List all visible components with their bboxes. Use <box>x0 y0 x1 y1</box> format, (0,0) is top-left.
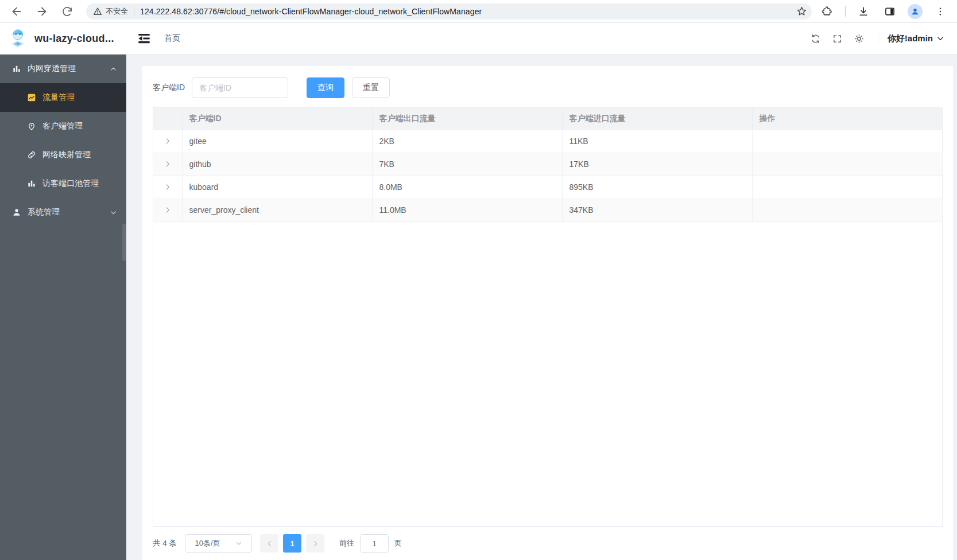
main-content: 客户端ID 查询 重置 客户端ID 客户端出口流量 客户端进口流量 操作 <box>126 55 957 560</box>
expand-row-icon[interactable] <box>162 158 173 170</box>
header-actions: 你好!admin <box>807 29 957 48</box>
expand-row-icon[interactable] <box>162 181 173 193</box>
url-bar[interactable]: 不安全 124.222.48.62:30776/#/cloud_network-… <box>86 3 812 20</box>
expand-row-icon[interactable] <box>162 204 173 216</box>
page-size-value: 10条/页 <box>195 538 220 549</box>
column-header-client-id: 客户端ID <box>182 108 372 130</box>
cell-inbound: 11KB <box>562 130 752 153</box>
cell-client-id: github <box>182 153 372 176</box>
table-row: github 7KB 17KB <box>153 153 942 176</box>
theme-icon[interactable] <box>850 29 869 48</box>
url-text: 124.222.48.62:30776/#/cloud_network-Clie… <box>140 7 792 16</box>
cell-outbound: 8.0MB <box>372 176 562 199</box>
chevron-down-icon <box>235 540 242 547</box>
total-count-label: 共 4 条 <box>153 538 177 549</box>
reset-button[interactable]: 重置 <box>352 77 390 98</box>
omnibox-divider <box>134 7 134 16</box>
cell-actions <box>752 130 942 153</box>
sidebar: 内网穿透管理 流量管理 客户端管理 网络映射管理 <box>0 55 126 560</box>
side-panel-icon[interactable] <box>881 3 898 20</box>
cell-outbound: 11.0MB <box>372 199 562 221</box>
reload-icon[interactable] <box>59 3 76 20</box>
link-icon <box>26 150 37 160</box>
bar-chart-icon <box>11 64 22 73</box>
table-row: kuboard 8.0MB 895KB <box>153 176 942 199</box>
sidebar-group-intranet[interactable]: 内网穿透管理 <box>0 55 126 83</box>
page-number-1[interactable]: 1 <box>283 534 301 553</box>
sidebar-item-flow-manager[interactable]: 流量管理 <box>0 83 126 112</box>
prev-page-icon[interactable] <box>260 534 278 553</box>
forward-icon[interactable] <box>33 3 51 20</box>
table-row: gitee 2KB 11KB <box>153 130 942 153</box>
client-id-input[interactable] <box>192 77 288 98</box>
chevron-up-icon <box>110 65 117 73</box>
goto-label: 前往 <box>339 538 354 549</box>
star-icon[interactable] <box>796 6 807 17</box>
trend-chart-icon <box>26 93 37 102</box>
back-icon[interactable] <box>8 3 25 20</box>
goto-page-input[interactable] <box>360 534 389 553</box>
user-icon <box>11 208 22 217</box>
column-header-inbound: 客户端进口流量 <box>562 108 752 130</box>
sidebar-scrollbar-thumb[interactable] <box>122 224 126 261</box>
sidebar-item-label: 客户端管理 <box>42 121 117 131</box>
map-pin-icon <box>26 122 37 131</box>
cell-inbound: 347KB <box>562 199 752 221</box>
sidebar-item-label: 网络映射管理 <box>42 150 117 160</box>
sidebar-group-label: 系统管理 <box>28 207 110 217</box>
extensions-icon[interactable] <box>819 3 836 20</box>
sidebar-item-client-manager[interactable]: 客户端管理 <box>0 112 126 141</box>
app-logo <box>7 28 29 49</box>
page-unit-label: 页 <box>394 538 402 549</box>
sidebar-group-label: 内网穿透管理 <box>28 64 110 74</box>
expand-row-icon[interactable] <box>162 135 173 147</box>
toolbar-divider <box>845 6 846 17</box>
cell-client-id: gitee <box>182 130 372 153</box>
sidebar-item-label: 访客端口池管理 <box>42 178 117 189</box>
table-row: server_proxy_client 11.0MB 347KB <box>153 199 942 221</box>
sidebar-group-system[interactable]: 系统管理 <box>0 198 126 227</box>
warning-icon <box>93 7 102 16</box>
refresh-icon[interactable] <box>807 29 825 48</box>
site-security-chip[interactable]: 不安全 <box>93 6 128 17</box>
column-header-actions: 操作 <box>752 108 942 130</box>
pagination-bar: 共 4 条 10条/页 1 前往 页 <box>153 527 943 560</box>
kebab-menu-icon[interactable] <box>932 3 949 20</box>
next-page-icon[interactable] <box>306 534 324 553</box>
breadcrumb-home[interactable]: 首页 <box>164 33 180 44</box>
app-header: wu-lazy-cloud... 首页 你好!admin <box>0 23 957 55</box>
app-title: wu-lazy-cloud... <box>34 33 114 45</box>
cell-client-id: server_proxy_client <box>182 199 372 221</box>
collapse-sidebar-icon[interactable] <box>137 31 152 46</box>
browser-actions <box>819 3 951 20</box>
sidebar-item-label: 流量管理 <box>42 92 117 103</box>
filter-label: 客户端ID <box>153 83 185 93</box>
bar-chart-icon <box>26 179 37 188</box>
query-button[interactable]: 查询 <box>307 77 344 98</box>
cell-outbound: 7KB <box>372 153 562 176</box>
content-card: 客户端ID 查询 重置 客户端ID 客户端出口流量 客户端进口流量 操作 <box>142 66 953 560</box>
cell-inbound: 17KB <box>562 153 752 176</box>
chevron-down-icon <box>936 34 944 42</box>
header-divider <box>878 33 878 44</box>
page-size-select[interactable]: 10条/页 <box>185 534 252 553</box>
cell-actions <box>752 176 942 199</box>
cell-client-id: kuboard <box>182 176 372 199</box>
brand: wu-lazy-cloud... <box>0 28 126 49</box>
table-header-row: 客户端ID 客户端出口流量 客户端进口流量 操作 <box>153 108 942 130</box>
security-label: 不安全 <box>106 6 128 17</box>
cell-actions <box>752 199 942 221</box>
chevron-down-icon <box>110 209 117 216</box>
user-greeting: 你好!admin <box>888 33 933 44</box>
cell-inbound: 895KB <box>562 176 752 199</box>
sidebar-item-network-mapping[interactable]: 网络映射管理 <box>0 141 126 169</box>
filter-bar: 客户端ID 查询 重置 <box>153 77 943 98</box>
expand-column-header <box>153 108 182 130</box>
user-dropdown[interactable]: 你好!admin <box>888 33 944 44</box>
column-header-outbound: 客户端出口流量 <box>372 108 562 130</box>
sidebar-item-visitor-port-pool[interactable]: 访客端口池管理 <box>0 169 126 198</box>
download-icon[interactable] <box>855 3 872 20</box>
profile-avatar-icon[interactable] <box>908 4 923 19</box>
fullscreen-icon[interactable] <box>828 29 847 48</box>
flow-table: 客户端ID 客户端出口流量 客户端进口流量 操作 gitee 2KB 11KB <box>153 107 943 527</box>
